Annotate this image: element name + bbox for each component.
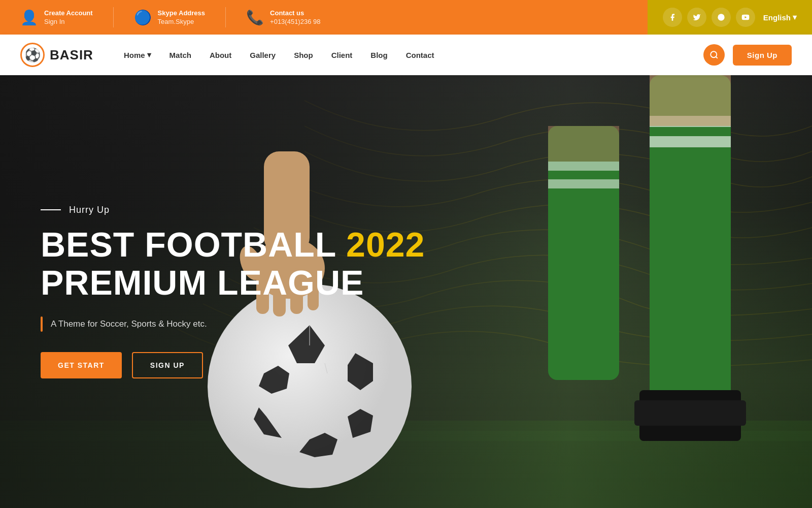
contact-label: Contact us [270, 9, 320, 18]
nav-home[interactable]: Home ▾ [124, 50, 151, 59]
divider-1 [113, 7, 114, 27]
nav-gallery[interactable]: Gallery [250, 51, 276, 59]
contact-section: 📞 Contact us +013(451)236 98 [246, 9, 320, 26]
hero-subtitle-bar [41, 316, 43, 332]
nav-contact[interactable]: Contact [406, 51, 434, 59]
dribbble-icon[interactable] [712, 8, 731, 27]
search-button[interactable] [703, 44, 725, 66]
account-icon: 👤 [20, 9, 38, 26]
hero-subtitle: A Theme for Soccer, Sports & Hocky etc. [51, 319, 207, 329]
nav-client[interactable]: Client [331, 51, 353, 59]
hurry-up-text: Hurry Up [69, 205, 110, 215]
svg-point-0 [718, 14, 724, 20]
language-label: English [763, 13, 791, 22]
divider-2 [225, 7, 226, 27]
create-account-label[interactable]: Create Account [44, 9, 93, 18]
phone-icon: 📞 [246, 9, 264, 26]
contact-value: +013(451)236 98 [270, 18, 320, 25]
nav-blog[interactable]: Blog [370, 51, 387, 59]
hurry-line [41, 209, 61, 210]
nav-about[interactable]: About [210, 51, 231, 59]
social-icons [663, 8, 755, 27]
signup-button[interactable]: Sign Up [733, 45, 792, 66]
navbar: ⚽ BASIR Home ▾ Match About Gallery Shop … [0, 35, 812, 75]
top-bar: 👤 Create Account Sign In 🔵 Skype Address… [0, 0, 812, 35]
logo[interactable]: ⚽ BASIR [20, 43, 93, 67]
language-selector[interactable]: English ▾ [763, 13, 797, 22]
top-bar-right: English ▾ [648, 0, 812, 35]
hero-subtitle-wrapper: A Theme for Soccer, Sports & Hocky etc. [41, 316, 771, 332]
top-bar-left: 👤 Create Account Sign In 🔵 Skype Address… [20, 7, 320, 27]
skype-label: Skype Address [158, 9, 205, 18]
nav-match[interactable]: Match [170, 51, 191, 59]
hero-section: Hurry Up BEST FOOTBALL 2022 PREMIUM LEAG… [0, 75, 812, 508]
skype-value: Team.Skype [158, 18, 205, 25]
hero-buttons: GET START SIGN UP [41, 352, 771, 378]
facebook-icon[interactable] [663, 8, 682, 27]
hero-content: Hurry Up BEST FOOTBALL 2022 PREMIUM LEAG… [0, 75, 812, 508]
youtube-icon[interactable] [736, 8, 755, 27]
nav-shop[interactable]: Shop [294, 51, 313, 59]
hero-title-year: 2022 [346, 225, 425, 264]
svg-point-2 [710, 51, 717, 57]
skype-section: 🔵 Skype Address Team.Skype [134, 9, 205, 26]
chevron-down-icon: ▾ [147, 50, 151, 59]
nav-links: Home ▾ Match About Gallery Shop Client B… [124, 50, 703, 59]
account-section: 👤 Create Account Sign In [20, 9, 93, 26]
twitter-icon[interactable] [687, 8, 706, 27]
hero-title-line1: BEST FOOTBALL 2022 [41, 226, 771, 264]
hurry-up-row: Hurry Up [41, 205, 771, 215]
skype-icon: 🔵 [134, 9, 152, 26]
get-start-button[interactable]: GET START [41, 352, 122, 378]
logo-text: BASIR [50, 47, 93, 63]
chevron-down-icon: ▾ [793, 13, 797, 22]
hero-title-line2: PREMIUM LEAGUE [41, 264, 771, 302]
signin-label[interactable]: Sign In [44, 18, 93, 25]
logo-icon: ⚽ [20, 43, 45, 67]
svg-line-3 [716, 56, 717, 58]
hero-signup-button[interactable]: SIGN UP [132, 352, 203, 378]
nav-right: Sign Up [703, 44, 792, 66]
